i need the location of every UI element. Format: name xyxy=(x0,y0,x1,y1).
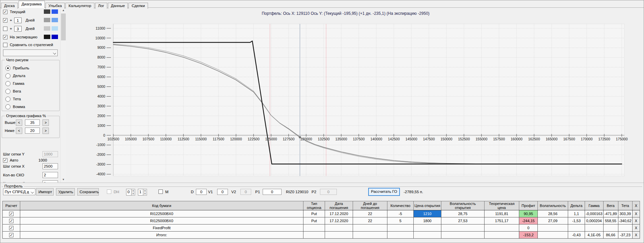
cell-2-5[interactable] xyxy=(387,224,414,232)
days-input-plus-3-days[interactable]: 3 xyxy=(14,26,22,32)
cell-1-8[interactable]: 1751,17 xyxy=(485,217,519,224)
days-input-plus-1-day[interactable]: 1 xyxy=(14,18,22,23)
cell-1-4[interactable]: 22 xyxy=(353,217,387,224)
legend-checkbox-current[interactable]: ✓ xyxy=(3,10,7,14)
column-header-9[interactable]: Профит xyxy=(519,201,538,210)
cell-0-13[interactable]: -471,89 xyxy=(603,210,618,217)
column-header-11[interactable]: Дельта xyxy=(568,201,585,210)
import-button[interactable]: Импорт xyxy=(36,188,54,196)
column-header-15[interactable]: X xyxy=(632,201,640,210)
radio-vega[interactable] xyxy=(5,89,10,94)
cell-2-4[interactable] xyxy=(353,224,387,232)
strategy-combo[interactable]: Пут СПРЕД д xyxy=(3,188,35,195)
delete-button[interactable]: Удалить xyxy=(56,188,75,196)
color-swatch-line[interactable] xyxy=(44,26,50,31)
cell-3-4[interactable] xyxy=(353,232,387,239)
spinner-arrows-icon[interactable]: ▲▼ xyxy=(143,189,147,196)
dh-spinner-1[interactable]: 0 ▲▼ xyxy=(126,189,135,196)
cell-3-6[interactable] xyxy=(414,232,441,239)
p1-input[interactable]: 0 xyxy=(263,189,282,195)
cell-3-12[interactable]: 4,1E-05 xyxy=(585,232,604,239)
cell-0-5[interactable]: -5 xyxy=(387,210,414,217)
cell-3-14[interactable]: -37,23 xyxy=(618,232,632,239)
cell-2-9[interactable]: 0 xyxy=(519,224,538,232)
cell-0-14[interactable]: 303,39 xyxy=(618,210,632,217)
cell-2-14[interactable] xyxy=(618,224,632,232)
cell-3-2[interactable] xyxy=(303,232,325,239)
grid-step-x-input[interactable]: 2500 xyxy=(42,163,58,169)
radio-vomma[interactable] xyxy=(5,104,10,109)
m-checkbox[interactable] xyxy=(158,189,163,194)
tab-log[interactable]: Лог xyxy=(95,3,107,9)
column-header-8[interactable]: Теоретическая цена xyxy=(485,201,519,210)
increase-button[interactable]: > xyxy=(42,128,49,134)
cell-1-3[interactable]: 17.12.2020 xyxy=(325,217,353,224)
cell-3-11[interactable]: -0,43 xyxy=(568,232,585,239)
cell-0-2[interactable]: Put xyxy=(303,210,325,217)
dh-spinner-1-value[interactable]: 0 xyxy=(126,189,131,196)
grid-step-y-input[interactable]: 1000 xyxy=(42,151,58,157)
legend-checkbox-plus-1-day[interactable]: ✓ xyxy=(3,18,7,23)
column-header-10[interactable]: Волатильность xyxy=(538,201,568,210)
color-swatch-line[interactable] xyxy=(44,9,50,14)
column-header-1[interactable]: Код бумаги xyxy=(20,201,303,210)
cell-3-10[interactable] xyxy=(538,232,568,239)
radio-theta[interactable] xyxy=(5,97,10,102)
cell-3-3[interactable] xyxy=(325,232,353,239)
row-calc-checkbox[interactable]: ✓ xyxy=(9,219,13,223)
cell-3-13[interactable]: 86,66 xyxy=(603,232,618,239)
cell-1-1[interactable]: RI125000BX0 xyxy=(20,217,303,224)
radio-row-vega[interactable]: Вега xyxy=(5,88,56,94)
remove-row-button[interactable]: X xyxy=(632,217,640,224)
cell-2-3[interactable] xyxy=(325,224,353,232)
plot-area[interactable] xyxy=(113,24,624,176)
cell-1-7[interactable]: 27,53 xyxy=(441,217,485,224)
column-header-12[interactable]: Гамма xyxy=(585,201,604,210)
radio-profit[interactable] xyxy=(5,66,10,71)
cell-3-8[interactable] xyxy=(485,232,519,239)
cell-2-7[interactable] xyxy=(441,224,485,232)
radio-gamma[interactable] xyxy=(5,81,10,86)
d-input[interactable]: 0 xyxy=(196,189,207,195)
legend-checkbox-compare-strategy[interactable] xyxy=(3,43,7,47)
scrollbar-thumb[interactable] xyxy=(61,13,66,40)
color-swatch-fill[interactable] xyxy=(52,9,58,14)
v1-input[interactable]: 0 xyxy=(217,189,228,195)
cell-3-7[interactable] xyxy=(441,232,485,239)
increase-button[interactable]: > xyxy=(42,119,49,126)
cell-2-13[interactable] xyxy=(603,224,618,232)
radio-row-delta[interactable]: Дельта xyxy=(5,73,56,79)
cell-1-10[interactable]: 27,09 xyxy=(538,217,568,224)
cell-1-6[interactable]: 1800 xyxy=(414,217,441,224)
sko-count-input[interactable]: 2 xyxy=(42,172,58,178)
compare-strategy-combo[interactable] xyxy=(3,49,58,56)
row-calc-checkbox[interactable]: ✓ xyxy=(9,212,13,216)
tab-diagram[interactable]: Диаграмма xyxy=(19,1,45,8)
column-header-13[interactable]: Вега xyxy=(603,201,618,210)
column-header-4[interactable]: Дней до погашения xyxy=(353,201,387,210)
cell-0-1[interactable]: RI122500BX0 xyxy=(20,210,303,217)
column-header-5[interactable]: Количество xyxy=(387,201,414,210)
cell-0-8[interactable]: 1191,81 xyxy=(485,210,519,217)
cell-0-6[interactable]: 1210 xyxy=(414,210,441,217)
dh-checkbox[interactable] xyxy=(107,189,111,194)
render-value-below[interactable]: 20 xyxy=(25,128,40,134)
v2-input[interactable]: 0 xyxy=(240,189,251,195)
pnl-chart[interactable]: 1025001050001075001100001125001150001175… xyxy=(66,8,644,182)
tab-board[interactable]: Доска xyxy=(1,3,18,9)
column-header-0[interactable]: Расчет xyxy=(3,201,20,210)
render-value-above[interactable]: 35 xyxy=(25,119,40,126)
calc-margin-button[interactable]: Рассчитать ГО xyxy=(368,188,400,196)
remove-row-button[interactable]: X xyxy=(632,224,640,232)
cell-2-1[interactable]: FixedProfit xyxy=(20,224,303,232)
cell-0-10[interactable]: 28,56 xyxy=(538,210,568,217)
decrease-button[interactable]: < xyxy=(16,128,22,134)
cell-2-11[interactable] xyxy=(568,224,585,232)
radio-row-profit[interactable]: Прибыль xyxy=(5,65,56,71)
dh-spinner-2[interactable]: 1 ▲▼ xyxy=(138,189,147,196)
row-calc-checkbox[interactable]: ✓ xyxy=(9,226,13,230)
color-swatch-line[interactable] xyxy=(44,35,50,39)
cell-0-4[interactable]: 22 xyxy=(353,210,387,217)
radio-row-vomma[interactable]: Вомма xyxy=(5,104,56,110)
cell-0-12[interactable]: -0,000163 xyxy=(585,210,604,217)
